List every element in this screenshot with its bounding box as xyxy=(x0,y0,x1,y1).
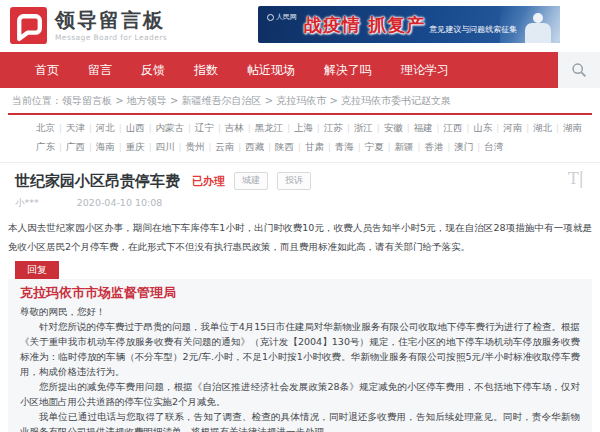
status-badge: 已办理 xyxy=(192,174,225,189)
region-link[interactable]: 山西 xyxy=(115,122,145,135)
search-button[interactable] xyxy=(558,52,600,88)
speech-bubble-logo-icon xyxy=(10,7,47,44)
region-link[interactable]: 辽宁 xyxy=(184,122,214,135)
nav-item[interactable]: 留言 xyxy=(88,62,112,79)
search-icon xyxy=(571,62,587,78)
message-tag[interactable]: 城建 xyxy=(234,172,268,190)
region-link[interactable]: 西藏 xyxy=(234,141,264,154)
text-size-icon[interactable]: T| xyxy=(568,169,584,188)
peoples-daily-logo: 人民网 xyxy=(267,12,297,22)
message-title: 世纪家园小区昂贵停车费 xyxy=(15,173,180,190)
message-tags: 城建投诉 xyxy=(225,172,311,190)
site-logo[interactable]: 领导留言板 Message Board for Leaders xyxy=(10,7,167,44)
banner-source: 人民网 xyxy=(276,12,297,22)
breadcrumb-prefix: 当前位置： xyxy=(12,95,62,106)
region-link[interactable]: 青海 xyxy=(324,141,354,154)
nav-item[interactable]: 理论学习 xyxy=(401,62,449,79)
region-links-panel: 北京天津河北山西内蒙古辽宁吉林黑龙江上海江苏浙江安徽福建江西山东河南湖北湖南 广… xyxy=(0,115,600,163)
region-link[interactable]: 江苏 xyxy=(313,122,343,135)
region-link[interactable]: 广西 xyxy=(55,141,85,154)
region-link[interactable]: 江西 xyxy=(433,122,463,135)
region-link[interactable]: 香港 xyxy=(414,141,444,154)
message-body: 本人因去世纪家园小区办事，期间在地下车库停车1小时，出门时收费10元，收费人员告… xyxy=(8,218,592,256)
region-link[interactable]: 甘肃 xyxy=(294,141,324,154)
region-link[interactable]: 浙江 xyxy=(343,122,373,135)
reply-paragraph: 我单位已通过电话与您取得了联系，告知了调查、检查的具体情况，同时退还多收费用，告… xyxy=(20,409,580,432)
region-link[interactable]: 河北 xyxy=(85,122,115,135)
region-link[interactable]: 贵州 xyxy=(175,141,205,154)
banner-subtext: 意见建议与问题线索征集 xyxy=(429,24,517,35)
logo-text: 领导留言板 Message Board for Leaders xyxy=(55,9,167,42)
nav-item[interactable]: 解决了吗 xyxy=(324,62,372,79)
message-meta: 小*** 2020-04-10 10:08 xyxy=(0,190,600,210)
reply-section: 回复 克拉玛依市市场监督管理局 尊敬的网民，您好！ 针对您所说的停车费过于昂贵的… xyxy=(0,256,600,432)
main-nav: 首页留言反馈指数帖近现场解决了吗理论学习 xyxy=(0,52,600,88)
site-subtitle: Message Board for Leaders xyxy=(55,33,167,42)
reply-badge: 回复 xyxy=(15,261,59,279)
nav-item[interactable]: 首页 xyxy=(35,62,59,79)
region-link[interactable]: 吉林 xyxy=(214,122,244,135)
reply-department: 克拉玛依市市场监督管理局 xyxy=(20,285,580,301)
reply-paragraphs: 针对您所说的停车费过于昂贵的问题，我单位于4月15日市住建局对华新物业服务有限公… xyxy=(20,319,580,432)
reply-paragraph: 您所提出的减免停车费用问题，根据《自治区推进经济社会发展政策28条》规定减免的小… xyxy=(20,379,580,409)
message-author: 小*** xyxy=(15,197,39,210)
region-link[interactable]: 湖南 xyxy=(552,122,582,135)
region-link[interactable]: 四川 xyxy=(145,141,175,154)
region-link[interactable]: 陕西 xyxy=(264,141,294,154)
breadcrumb-trail[interactable]: 领导留言板 > 地方领导 > 新疆维吾尔自治区 > 克拉玛依市 > 克拉玛依市委… xyxy=(62,95,451,106)
reply-paragraph: 针对您所说的停车费过于昂贵的问题，我单位于4月15日市住建局对华新物业服务有限公… xyxy=(20,319,580,379)
region-link[interactable]: 福建 xyxy=(403,122,433,135)
breadcrumb: 当前位置：领导留言板 > 地方领导 > 新疆维吾尔自治区 > 克拉玛依市 > 克… xyxy=(0,88,600,110)
region-link[interactable]: 澳门 xyxy=(443,141,473,154)
reply-greeting: 尊敬的网民，您好！ xyxy=(20,304,580,319)
region-link[interactable]: 新疆 xyxy=(384,141,414,154)
reply-box: 克拉玛依市市场监督管理局 尊敬的网民，您好！ 针对您所说的停车费过于昂贵的问题，… xyxy=(8,279,592,432)
region-link[interactable]: 台湾 xyxy=(473,141,503,154)
region-link[interactable]: 湖北 xyxy=(522,122,552,135)
message-time: 2020-04-10 10:08 xyxy=(77,197,163,210)
region-link[interactable]: 上海 xyxy=(283,122,313,135)
region-link[interactable]: 安徽 xyxy=(373,122,403,135)
nav-items: 首页留言反馈指数帖近现场解决了吗理论学习 xyxy=(0,52,558,88)
nav-item[interactable]: 反馈 xyxy=(141,62,165,79)
region-link[interactable]: 内蒙古 xyxy=(145,122,184,135)
region-link[interactable]: 云南 xyxy=(204,141,234,154)
region-link[interactable]: 天津 xyxy=(55,122,85,135)
message-section: 世纪家园小区昂贵停车费 已办理 城建投诉 T| 小*** 2020-04-10 … xyxy=(0,163,600,256)
message-tag[interactable]: 投诉 xyxy=(277,172,311,190)
nav-item[interactable]: 帖近现场 xyxy=(247,62,295,79)
region-row-2: 广东广西海南重庆四川贵州云南西藏陕西甘肃青海宁夏新疆香港澳门台湾 xyxy=(36,138,576,157)
banner-headline: 战疫情 抓复产 xyxy=(304,13,425,37)
region-link[interactable]: 黑龙江 xyxy=(244,122,283,135)
site-title: 领导留言板 xyxy=(55,9,167,31)
message-title-row: 世纪家园小区昂贵停车费 已办理 城建投诉 T| xyxy=(0,163,600,190)
region-link[interactable]: 河南 xyxy=(492,122,522,135)
campaign-banner[interactable]: 人民网 战疫情 抓复产 意见建议与问题线索征集 xyxy=(258,6,560,43)
region-link[interactable]: 重庆 xyxy=(115,141,145,154)
region-link[interactable]: 广东 xyxy=(36,141,55,154)
region-link[interactable]: 山东 xyxy=(462,122,492,135)
header: 领导留言板 Message Board for Leaders 人民网 战疫情 … xyxy=(0,0,600,52)
region-link[interactable]: 宁夏 xyxy=(354,141,384,154)
region-link[interactable]: 海南 xyxy=(85,141,115,154)
region-row-1: 北京天津河北山西内蒙古辽宁吉林黑龙江上海江苏浙江安徽福建江西山东河南湖北湖南 xyxy=(36,119,576,138)
nav-item[interactable]: 指数 xyxy=(194,62,218,79)
region-link[interactable]: 北京 xyxy=(36,122,55,135)
peoples-daily-circle-icon xyxy=(267,14,274,21)
